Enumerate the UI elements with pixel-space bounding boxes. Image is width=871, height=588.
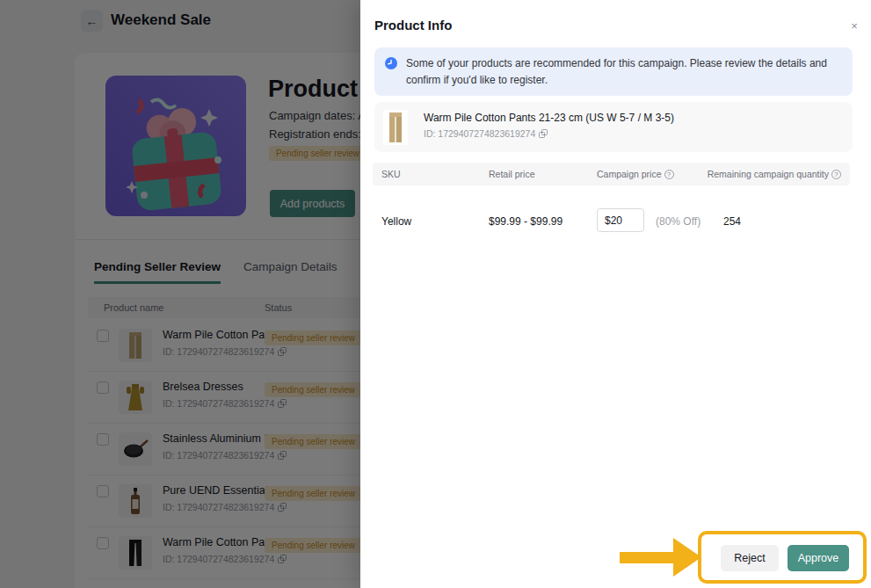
column-sku: SKU xyxy=(381,169,401,179)
remaining-quantity-value: 254 xyxy=(723,215,741,228)
help-icon[interactable]: ? xyxy=(664,170,674,179)
screen: ← Weekend Sale xyxy=(0,0,871,588)
retail-price-value: $99.99 - $99.99 xyxy=(489,215,563,228)
copy-icon[interactable] xyxy=(539,129,548,138)
help-icon[interactable]: ? xyxy=(831,170,841,179)
column-remaining-quantity: Remaining campaign quantity ? xyxy=(708,169,841,179)
product-id: ID: 1729407274823619274 xyxy=(424,128,548,139)
annotation-highlight-box xyxy=(698,531,867,584)
sku-value: Yellow xyxy=(381,215,411,228)
campaign-price-input[interactable] xyxy=(597,208,644,232)
close-icon[interactable]: × xyxy=(846,18,862,33)
info-banner: Some of your products are recommended fo… xyxy=(374,47,853,96)
clock-icon xyxy=(385,57,397,69)
annotation-arrow-shaft xyxy=(620,552,676,563)
info-banner-text: Some of your products are recommended fo… xyxy=(406,57,827,86)
sku-row: Yellow $99.99 - $99.99 (80% Off) 254 xyxy=(373,202,850,241)
product-info-modal: Product Info × Some of your products are… xyxy=(360,0,871,588)
modal-title: Product Info xyxy=(374,18,452,33)
column-campaign-price: Campaign price ? xyxy=(597,169,674,179)
product-name: Warm Pile Cotton Pants 21-23 cm (US W 5-… xyxy=(424,112,674,124)
sku-table-header: SKU Retail price Campaign price ? Remain… xyxy=(373,163,850,185)
column-retail-price: Retail price xyxy=(489,169,535,179)
tan-pants-thumbnail-image xyxy=(383,110,408,145)
discount-label: (80% Off) xyxy=(656,215,700,228)
product-summary-card: Warm Pile Cotton Pants 21-23 cm (US W 5-… xyxy=(374,102,853,152)
